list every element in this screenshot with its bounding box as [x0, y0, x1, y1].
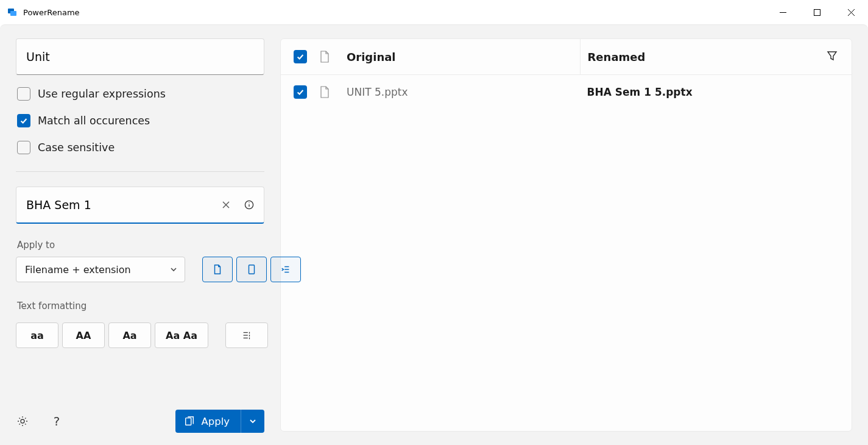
filter-button[interactable]	[826, 49, 838, 64]
format-titlecase-button[interactable]: Aa	[108, 322, 151, 348]
original-filename: UNIT 5.pptx	[347, 86, 580, 98]
file-icon	[212, 264, 223, 275]
format-capitalize-each-button[interactable]: Aa Aa	[155, 322, 208, 348]
replace-input[interactable]	[25, 198, 215, 212]
list-indent-icon	[280, 264, 291, 275]
apply-to-label: Apply to	[17, 240, 264, 251]
clear-icon[interactable]	[220, 199, 232, 211]
apply-to-value: Filename + extension	[25, 264, 131, 276]
checkbox-icon	[17, 87, 30, 101]
app-body: Use regular expressions Match all occure…	[0, 24, 868, 445]
include-files-toggle[interactable]	[202, 257, 233, 282]
svg-point-21	[21, 419, 24, 423]
option-match-all[interactable]: Match all occurences	[17, 114, 264, 127]
window-maximize-button[interactable]	[800, 0, 834, 24]
svg-rect-1	[10, 11, 16, 16]
window-minimize-button[interactable]	[766, 0, 800, 24]
divider	[16, 171, 264, 172]
svg-rect-3	[814, 9, 820, 15]
settings-panel: Use regular expressions Match all occure…	[0, 25, 280, 445]
include-folders-toggle[interactable]	[236, 257, 267, 282]
enumerate-button[interactable]	[225, 322, 268, 348]
apply-button[interactable]: Apply	[175, 410, 241, 433]
checkbox-icon	[17, 114, 30, 127]
info-icon[interactable]	[243, 199, 255, 211]
filter-icon	[826, 49, 838, 62]
app-icon	[7, 7, 17, 17]
option-regex-label: Use regular expressions	[38, 88, 166, 100]
gear-icon	[16, 415, 29, 427]
file-icon	[320, 86, 347, 98]
file-outline-icon	[246, 264, 257, 275]
text-formatting-label: Text formatting	[17, 301, 264, 312]
renamed-filename: BHA Sem 1 5.pptx	[580, 86, 813, 98]
column-original[interactable]: Original	[347, 51, 580, 63]
table-row[interactable]: UNIT 5.pptx BHA Sem 1 5.pptx	[281, 75, 852, 109]
svg-point-10	[249, 202, 249, 203]
svg-rect-22	[186, 418, 191, 425]
replace-field[interactable]	[16, 187, 264, 224]
search-input[interactable]	[25, 49, 255, 64]
search-field[interactable]	[16, 38, 264, 75]
checkbox-icon	[17, 141, 30, 154]
svg-marker-23	[828, 52, 836, 60]
select-all-checkbox[interactable]	[294, 50, 307, 63]
row-checkbox[interactable]	[294, 85, 307, 99]
include-subfolders-toggle[interactable]	[270, 257, 301, 282]
window-close-button[interactable]	[834, 0, 868, 24]
chevron-down-icon	[170, 266, 177, 273]
preview-header: Original Renamed	[281, 39, 852, 75]
option-regex[interactable]: Use regular expressions	[17, 87, 264, 101]
apply-to-select[interactable]: Filename + extension	[16, 257, 185, 282]
option-match-all-label: Match all occurences	[38, 115, 150, 127]
option-case-sensitive-label: Case sensitive	[38, 141, 115, 154]
column-renamed[interactable]: Renamed	[580, 39, 813, 74]
format-uppercase-button[interactable]: AA	[62, 322, 105, 348]
chevron-down-icon	[249, 418, 256, 425]
file-type-header-icon	[320, 51, 347, 63]
apply-dropdown-button[interactable]	[241, 410, 264, 433]
help-button[interactable]: ?	[50, 415, 63, 428]
preview-panel: Original Renamed UNIT 5.pptx BHA Sem 1 5…	[280, 38, 852, 432]
option-case-sensitive[interactable]: Case sensitive	[17, 141, 264, 154]
window-title: PowerRename	[23, 8, 80, 17]
svg-rect-11	[249, 265, 255, 274]
apply-button-label: Apply	[201, 416, 230, 427]
format-lowercase-button[interactable]: aa	[16, 322, 58, 348]
apply-icon	[184, 416, 195, 427]
titlebar: PowerRename	[0, 0, 868, 24]
enumerate-icon	[241, 330, 252, 341]
settings-button[interactable]	[16, 415, 29, 428]
